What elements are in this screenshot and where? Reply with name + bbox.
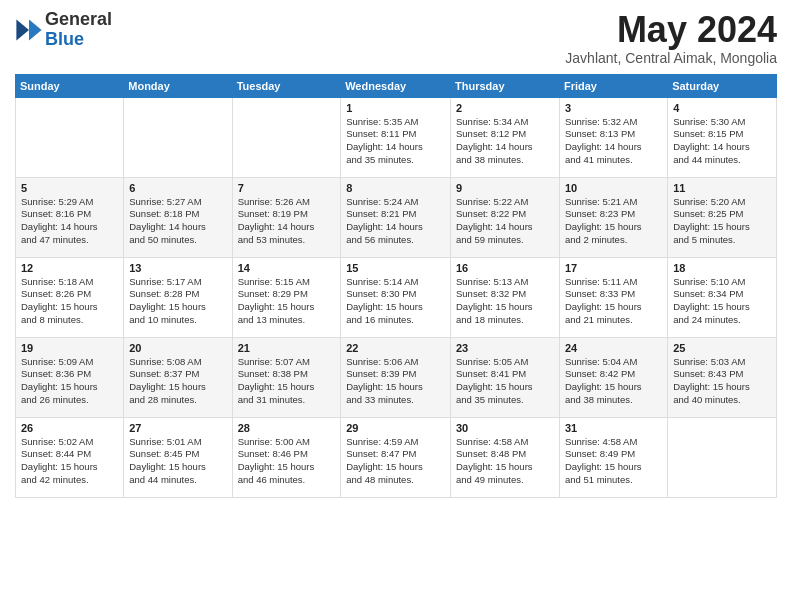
day-number: 26: [21, 422, 118, 434]
day-info: Sunrise: 5:15 AM Sunset: 8:29 PM Dayligh…: [238, 276, 336, 327]
day-info: Sunrise: 5:05 AM Sunset: 8:41 PM Dayligh…: [456, 356, 554, 407]
calendar-cell: 26Sunrise: 5:02 AM Sunset: 8:44 PM Dayli…: [16, 417, 124, 497]
week-row-3: 19Sunrise: 5:09 AM Sunset: 8:36 PM Dayli…: [16, 337, 777, 417]
day-info: Sunrise: 5:30 AM Sunset: 8:15 PM Dayligh…: [673, 116, 771, 167]
calendar-cell: 8Sunrise: 5:24 AM Sunset: 8:21 PM Daylig…: [341, 177, 451, 257]
day-info: Sunrise: 5:20 AM Sunset: 8:25 PM Dayligh…: [673, 196, 771, 247]
page: General Blue May 2024 Javhlant, Central …: [0, 0, 792, 508]
calendar-cell: 21Sunrise: 5:07 AM Sunset: 8:38 PM Dayli…: [232, 337, 341, 417]
day-number: 10: [565, 182, 662, 194]
day-number: 8: [346, 182, 445, 194]
calendar-cell: 7Sunrise: 5:26 AM Sunset: 8:19 PM Daylig…: [232, 177, 341, 257]
calendar-cell: 23Sunrise: 5:05 AM Sunset: 8:41 PM Dayli…: [451, 337, 560, 417]
day-info: Sunrise: 5:06 AM Sunset: 8:39 PM Dayligh…: [346, 356, 445, 407]
weekday-header-monday: Monday: [124, 74, 232, 97]
day-number: 16: [456, 262, 554, 274]
calendar-cell: 15Sunrise: 5:14 AM Sunset: 8:30 PM Dayli…: [341, 257, 451, 337]
week-row-1: 5Sunrise: 5:29 AM Sunset: 8:16 PM Daylig…: [16, 177, 777, 257]
weekday-header-row: SundayMondayTuesdayWednesdayThursdayFrid…: [16, 74, 777, 97]
weekday-header-saturday: Saturday: [668, 74, 777, 97]
calendar-cell: [16, 97, 124, 177]
day-info: Sunrise: 5:22 AM Sunset: 8:22 PM Dayligh…: [456, 196, 554, 247]
calendar-cell: 29Sunrise: 4:59 AM Sunset: 8:47 PM Dayli…: [341, 417, 451, 497]
day-info: Sunrise: 5:21 AM Sunset: 8:23 PM Dayligh…: [565, 196, 662, 247]
day-number: 24: [565, 342, 662, 354]
day-number: 20: [129, 342, 226, 354]
day-info: Sunrise: 5:17 AM Sunset: 8:28 PM Dayligh…: [129, 276, 226, 327]
weekday-header-thursday: Thursday: [451, 74, 560, 97]
day-info: Sunrise: 5:11 AM Sunset: 8:33 PM Dayligh…: [565, 276, 662, 327]
calendar-cell: 30Sunrise: 4:58 AM Sunset: 8:48 PM Dayli…: [451, 417, 560, 497]
day-number: 30: [456, 422, 554, 434]
calendar-cell: 22Sunrise: 5:06 AM Sunset: 8:39 PM Dayli…: [341, 337, 451, 417]
month-title: May 2024: [565, 10, 777, 50]
day-number: 23: [456, 342, 554, 354]
day-info: Sunrise: 5:29 AM Sunset: 8:16 PM Dayligh…: [21, 196, 118, 247]
day-number: 27: [129, 422, 226, 434]
calendar-cell: 2Sunrise: 5:34 AM Sunset: 8:12 PM Daylig…: [451, 97, 560, 177]
calendar-cell: 10Sunrise: 5:21 AM Sunset: 8:23 PM Dayli…: [559, 177, 667, 257]
day-info: Sunrise: 4:58 AM Sunset: 8:49 PM Dayligh…: [565, 436, 662, 487]
logo: General Blue: [15, 10, 112, 50]
logo-blue: Blue: [45, 29, 84, 49]
day-info: Sunrise: 5:01 AM Sunset: 8:45 PM Dayligh…: [129, 436, 226, 487]
day-number: 31: [565, 422, 662, 434]
calendar-cell: 27Sunrise: 5:01 AM Sunset: 8:45 PM Dayli…: [124, 417, 232, 497]
calendar-cell: 31Sunrise: 4:58 AM Sunset: 8:49 PM Dayli…: [559, 417, 667, 497]
day-number: 14: [238, 262, 336, 274]
day-number: 9: [456, 182, 554, 194]
calendar-cell: 3Sunrise: 5:32 AM Sunset: 8:13 PM Daylig…: [559, 97, 667, 177]
weekday-header-tuesday: Tuesday: [232, 74, 341, 97]
calendar-cell: 4Sunrise: 5:30 AM Sunset: 8:15 PM Daylig…: [668, 97, 777, 177]
day-info: Sunrise: 5:18 AM Sunset: 8:26 PM Dayligh…: [21, 276, 118, 327]
day-number: 22: [346, 342, 445, 354]
day-info: Sunrise: 5:03 AM Sunset: 8:43 PM Dayligh…: [673, 356, 771, 407]
calendar-cell: 11Sunrise: 5:20 AM Sunset: 8:25 PM Dayli…: [668, 177, 777, 257]
calendar-cell: 17Sunrise: 5:11 AM Sunset: 8:33 PM Dayli…: [559, 257, 667, 337]
calendar-cell: 19Sunrise: 5:09 AM Sunset: 8:36 PM Dayli…: [16, 337, 124, 417]
week-row-0: 1Sunrise: 5:35 AM Sunset: 8:11 PM Daylig…: [16, 97, 777, 177]
day-number: 4: [673, 102, 771, 114]
day-info: Sunrise: 5:00 AM Sunset: 8:46 PM Dayligh…: [238, 436, 336, 487]
day-number: 6: [129, 182, 226, 194]
day-number: 12: [21, 262, 118, 274]
calendar-cell: [232, 97, 341, 177]
day-info: Sunrise: 4:58 AM Sunset: 8:48 PM Dayligh…: [456, 436, 554, 487]
day-info: Sunrise: 5:07 AM Sunset: 8:38 PM Dayligh…: [238, 356, 336, 407]
day-info: Sunrise: 4:59 AM Sunset: 8:47 PM Dayligh…: [346, 436, 445, 487]
day-number: 7: [238, 182, 336, 194]
day-number: 15: [346, 262, 445, 274]
day-number: 2: [456, 102, 554, 114]
calendar-cell: 1Sunrise: 5:35 AM Sunset: 8:11 PM Daylig…: [341, 97, 451, 177]
calendar-cell: 18Sunrise: 5:10 AM Sunset: 8:34 PM Dayli…: [668, 257, 777, 337]
day-number: 19: [21, 342, 118, 354]
calendar-cell: 20Sunrise: 5:08 AM Sunset: 8:37 PM Dayli…: [124, 337, 232, 417]
day-number: 1: [346, 102, 445, 114]
day-info: Sunrise: 5:09 AM Sunset: 8:36 PM Dayligh…: [21, 356, 118, 407]
calendar-cell: 25Sunrise: 5:03 AM Sunset: 8:43 PM Dayli…: [668, 337, 777, 417]
calendar-cell: 5Sunrise: 5:29 AM Sunset: 8:16 PM Daylig…: [16, 177, 124, 257]
day-number: 3: [565, 102, 662, 114]
weekday-header-sunday: Sunday: [16, 74, 124, 97]
day-info: Sunrise: 5:26 AM Sunset: 8:19 PM Dayligh…: [238, 196, 336, 247]
day-info: Sunrise: 5:04 AM Sunset: 8:42 PM Dayligh…: [565, 356, 662, 407]
logo-text: General Blue: [45, 10, 112, 50]
day-number: 21: [238, 342, 336, 354]
title-block: May 2024 Javhlant, Central Aimak, Mongol…: [565, 10, 777, 66]
day-info: Sunrise: 5:13 AM Sunset: 8:32 PM Dayligh…: [456, 276, 554, 327]
weekday-header-wednesday: Wednesday: [341, 74, 451, 97]
day-info: Sunrise: 5:32 AM Sunset: 8:13 PM Dayligh…: [565, 116, 662, 167]
day-info: Sunrise: 5:24 AM Sunset: 8:21 PM Dayligh…: [346, 196, 445, 247]
logo-general: General: [45, 9, 112, 29]
day-info: Sunrise: 5:35 AM Sunset: 8:11 PM Dayligh…: [346, 116, 445, 167]
calendar-cell: 24Sunrise: 5:04 AM Sunset: 8:42 PM Dayli…: [559, 337, 667, 417]
logo-icon: [15, 16, 43, 44]
day-info: Sunrise: 5:27 AM Sunset: 8:18 PM Dayligh…: [129, 196, 226, 247]
day-number: 29: [346, 422, 445, 434]
calendar-cell: 12Sunrise: 5:18 AM Sunset: 8:26 PM Dayli…: [16, 257, 124, 337]
calendar-cell: 6Sunrise: 5:27 AM Sunset: 8:18 PM Daylig…: [124, 177, 232, 257]
header: General Blue May 2024 Javhlant, Central …: [15, 10, 777, 66]
calendar: SundayMondayTuesdayWednesdayThursdayFrid…: [15, 74, 777, 498]
day-number: 25: [673, 342, 771, 354]
calendar-cell: 28Sunrise: 5:00 AM Sunset: 8:46 PM Dayli…: [232, 417, 341, 497]
